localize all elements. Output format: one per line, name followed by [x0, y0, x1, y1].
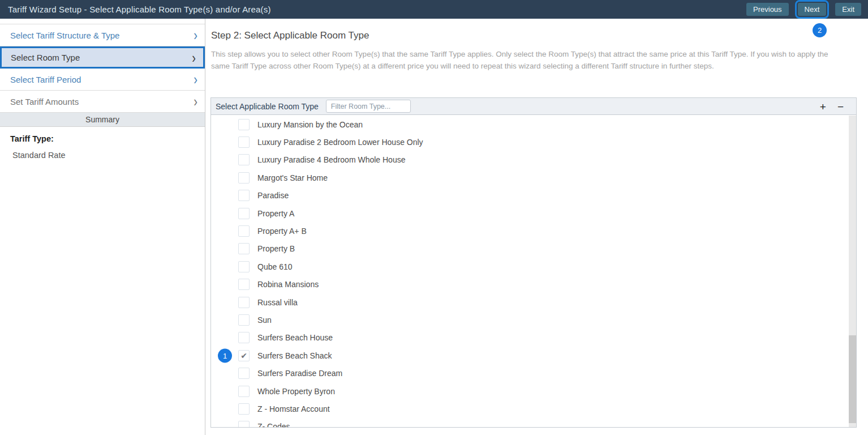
room-type-label: Property B — [257, 244, 295, 253]
previous-button[interactable]: Previous — [746, 3, 789, 16]
chevron-right-icon: › — [194, 95, 197, 109]
room-type-label: Z - Homstar Account — [257, 404, 330, 413]
sidebar-step-select-tariff-period[interactable]: Select Tariff Period › — [0, 69, 205, 91]
room-type-label: Property A+ B — [257, 227, 307, 236]
room-type-list: ✔ Luxury Mansion by the Ocean ✔ Luxury P… — [211, 116, 856, 427]
exit-button[interactable]: Exit — [835, 3, 861, 16]
room-type-row[interactable]: ✔ Qube 610 — [211, 258, 856, 275]
vertical-scrollbar[interactable] — [849, 116, 856, 427]
room-type-label: Surfers Beach House — [257, 333, 333, 342]
sidebar-step-label: Select Room Type — [11, 53, 80, 62]
wizard-steps: Select Tariff Structure & Type › Select … — [0, 24, 205, 113]
scrollbar-thumb[interactable] — [849, 335, 856, 423]
room-type-label: Paradise — [257, 191, 289, 200]
room-type-row[interactable]: ✔ Sun — [211, 311, 856, 329]
room-type-label: Surfers Beach Shack — [257, 351, 332, 360]
room-type-label: Surfers Paradise Dream — [257, 369, 342, 378]
room-type-checkbox[interactable]: ✔ — [238, 403, 250, 415]
room-type-checkbox[interactable]: ✔ — [238, 261, 250, 272]
titlebar-buttons: Previous Next Exit — [746, 3, 861, 16]
room-type-row[interactable]: ✔ Whole Property Byron — [211, 382, 856, 400]
sidebar-step-select-room-type[interactable]: Select Room Type › — [0, 46, 205, 69]
annotation-badge-2: 2 — [813, 23, 827, 37]
room-type-checkbox[interactable]: ✔ — [238, 421, 250, 427]
room-type-row[interactable]: ✔ Property A — [211, 204, 856, 222]
room-type-row[interactable]: 1 ✔ Surfers Beach Shack — [211, 347, 856, 364]
room-type-row[interactable]: ✔ Robina Mansions — [211, 276, 856, 293]
room-type-label: Russal villa — [257, 298, 298, 307]
panel-title: Select Applicable Room Type — [216, 102, 319, 111]
room-type-row[interactable]: ✔ Luxury Paradise 2 Bedroom Lower House … — [211, 133, 856, 151]
room-type-label: Robina Mansions — [257, 280, 319, 289]
summary-bar: Summary — [0, 113, 205, 127]
panel-tools: + − — [820, 98, 844, 115]
expand-all-icon[interactable]: + — [820, 101, 826, 112]
chevron-right-icon: › — [194, 72, 197, 87]
room-type-checkbox[interactable]: ✔ — [238, 119, 250, 130]
room-type-checkbox[interactable]: ✔ — [238, 225, 250, 237]
room-type-label: Margot's Star Home — [257, 173, 328, 182]
window-titlebar: Tariff Wizard Setup - Select Applicable … — [0, 0, 868, 19]
room-type-label: Z- Codes — [257, 422, 290, 427]
tariff-type-value: Standard Rate — [12, 151, 205, 160]
room-type-row[interactable]: ✔ Luxury Mansion by the Ocean — [211, 116, 856, 133]
room-type-row[interactable]: ✔ Luxury Paradise 4 Bedroom Whole House — [211, 151, 856, 169]
room-type-row[interactable]: ✔ Z- Codes — [211, 418, 856, 427]
room-type-row[interactable]: ✔ Surfers Beach House — [211, 329, 856, 347]
room-type-row[interactable]: ✔ Russal villa — [211, 293, 856, 311]
room-type-row[interactable]: ✔ Property A+ B — [211, 222, 856, 240]
room-type-checkbox[interactable]: ✔ — [238, 297, 250, 308]
chevron-right-icon: › — [192, 50, 196, 65]
annotation-badge-1: 1 — [218, 348, 232, 362]
room-type-row[interactable]: ✔ Paradise — [211, 187, 856, 204]
room-type-checkbox[interactable]: ✔ — [238, 368, 250, 379]
room-type-label: Luxury Paradise 4 Bedroom Whole House — [257, 155, 405, 164]
chevron-right-icon: › — [194, 28, 197, 42]
room-type-label: Whole Property Byron — [257, 387, 335, 396]
room-type-checkbox[interactable]: ✔ — [238, 243, 250, 254]
sidebar-step-label: Select Tariff Period — [10, 75, 81, 84]
room-type-checkbox[interactable]: ✔ — [238, 332, 250, 343]
room-type-row[interactable]: ✔ Margot's Star Home — [211, 169, 856, 186]
collapse-all-icon[interactable]: − — [837, 101, 844, 112]
check-icon: ✔ — [240, 352, 247, 360]
room-type-checkbox[interactable]: ✔ — [238, 154, 250, 165]
room-type-checkbox[interactable]: ✔ — [238, 190, 250, 201]
room-type-label: Property A — [257, 209, 294, 218]
room-type-label: Luxury Paradise 2 Bedroom Lower House On… — [257, 138, 423, 147]
room-type-row[interactable]: ✔ Z - Homstar Account — [211, 400, 856, 417]
sidebar-step-label: Set Tariff Amounts — [10, 97, 79, 106]
room-type-checkbox[interactable]: ✔ — [238, 172, 250, 184]
sidebar-step-set-tariff-amounts[interactable]: Set Tariff Amounts › — [0, 91, 205, 113]
step-description: This step allows you to select other Roo… — [211, 49, 846, 72]
room-type-panel: Select Applicable Room Type + − ✔ Luxury… — [210, 97, 857, 428]
room-type-checkbox[interactable]: ✔ — [238, 386, 250, 397]
room-type-label: Sun — [257, 315, 272, 325]
room-type-checkbox[interactable]: ✔ — [238, 350, 250, 361]
window-title: Tariff Wizard Setup - Select Applicable … — [8, 5, 271, 14]
room-type-label: Luxury Mansion by the Ocean — [257, 120, 363, 129]
next-button[interactable]: Next — [798, 3, 827, 16]
tariff-type-label: Tariff Type: — [10, 134, 205, 143]
sidebar-step-label: Select Tariff Structure & Type — [10, 31, 119, 40]
room-type-panel-header: Select Applicable Room Type + − — [211, 98, 856, 115]
room-type-label: Qube 610 — [257, 262, 293, 271]
wizard-sidebar: Select Tariff Structure & Type › Select … — [0, 19, 205, 435]
room-type-checkbox[interactable]: ✔ — [238, 137, 250, 148]
step-heading: Step 2: Select Applicable Room Type — [211, 30, 868, 41]
room-type-checkbox[interactable]: ✔ — [238, 208, 250, 219]
room-type-row[interactable]: ✔ Surfers Paradise Dream — [211, 364, 856, 382]
sidebar-step-select-tariff-structure-type[interactable]: Select Tariff Structure & Type › — [0, 24, 205, 46]
room-type-checkbox[interactable]: ✔ — [238, 279, 250, 290]
filter-room-type-input[interactable] — [326, 100, 411, 113]
room-type-checkbox[interactable]: ✔ — [238, 314, 250, 326]
room-type-row[interactable]: ✔ Property B — [211, 240, 856, 258]
